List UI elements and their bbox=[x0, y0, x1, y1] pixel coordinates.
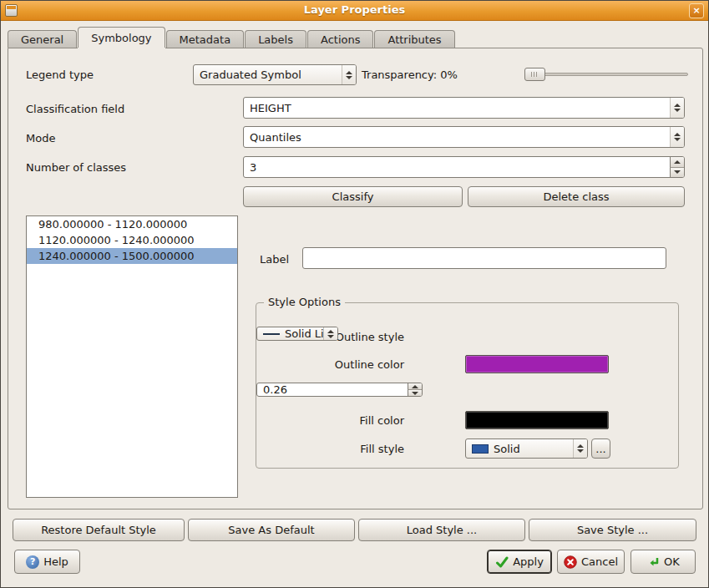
tab-actions[interactable]: Actions bbox=[307, 30, 374, 48]
save-style-label: Save Style ... bbox=[577, 524, 648, 536]
mode-label: Mode bbox=[26, 132, 55, 144]
tab-general[interactable]: General bbox=[8, 30, 77, 48]
close-icon[interactable]: × bbox=[689, 3, 704, 18]
class-list: 980.000000 - 1120.000000 1120.000000 - 1… bbox=[26, 215, 238, 498]
help-icon: ? bbox=[26, 555, 39, 569]
fill-style-more-label: ... bbox=[595, 443, 605, 455]
layer-properties-dialog: Layer Properties × General Symbology Met… bbox=[0, 0, 709, 588]
fill-style-combo[interactable]: Solid bbox=[465, 438, 588, 459]
help-button[interactable]: ? Help bbox=[14, 550, 80, 574]
spin-up-icon[interactable] bbox=[670, 157, 684, 168]
solid-fill-icon bbox=[472, 444, 489, 454]
class-list-item[interactable]: 1240.000000 - 1500.000000 bbox=[27, 248, 237, 264]
classification-field-value: HEIGHT bbox=[250, 102, 684, 114]
legend-type-value: Graduated Symbol bbox=[200, 68, 356, 81]
transparency-label: Transparency: 0% bbox=[362, 68, 458, 81]
delete-class-button[interactable]: Delete class bbox=[468, 186, 685, 207]
solid-line-icon bbox=[263, 333, 280, 335]
tab-metadata[interactable]: Metadata bbox=[166, 30, 245, 48]
fill-style-more-button[interactable]: ... bbox=[591, 438, 610, 459]
load-style-button[interactable]: Load Style ... bbox=[358, 519, 525, 541]
legend-type-label: Legend type bbox=[26, 68, 94, 81]
mode-combo[interactable]: Quantiles bbox=[243, 126, 685, 148]
transparency-slider[interactable] bbox=[524, 68, 688, 81]
class-list-item[interactable]: 1120.000000 - 1240.000000 bbox=[27, 232, 237, 248]
fill-color-swatch[interactable] bbox=[465, 411, 609, 429]
slider-groove[interactable] bbox=[524, 73, 688, 76]
cancel-button[interactable]: Cancel bbox=[557, 550, 625, 574]
outline-width-spinner[interactable] bbox=[256, 383, 423, 397]
number-of-classes-input[interactable] bbox=[244, 161, 684, 174]
fill-style-label: Fill style bbox=[256, 443, 404, 455]
style-options-title: Style Options bbox=[264, 296, 345, 308]
chevron-updown-icon bbox=[670, 127, 684, 147]
number-of-classes-label: Number of classes bbox=[26, 161, 126, 174]
restore-default-style-button[interactable]: Restore Default Style bbox=[13, 519, 185, 541]
save-style-button[interactable]: Save Style ... bbox=[529, 519, 696, 541]
spin-down-icon[interactable] bbox=[408, 390, 422, 396]
tab-attributes[interactable]: Attributes bbox=[374, 30, 454, 48]
classify-button-label: Classify bbox=[332, 190, 374, 203]
tab-labels[interactable]: Labels bbox=[245, 30, 306, 48]
number-of-classes-spinner[interactable] bbox=[243, 156, 685, 178]
apply-check-icon bbox=[495, 555, 509, 569]
ok-button-label: OK bbox=[664, 555, 680, 568]
outline-color-swatch[interactable] bbox=[465, 355, 609, 373]
restore-default-style-label: Restore Default Style bbox=[41, 524, 156, 536]
apply-button-label: Apply bbox=[513, 555, 544, 568]
class-list-item[interactable]: 980.000000 - 1120.000000 bbox=[27, 216, 237, 232]
mode-value: Quantiles bbox=[250, 131, 684, 144]
apply-button[interactable]: Apply bbox=[487, 550, 552, 574]
delete-class-button-label: Delete class bbox=[543, 190, 609, 203]
chevron-updown-icon bbox=[323, 327, 337, 340]
label-input[interactable] bbox=[303, 252, 666, 265]
outline-width-input[interactable] bbox=[257, 383, 422, 396]
classify-button[interactable]: Classify bbox=[243, 186, 463, 207]
titlebar: Layer Properties × bbox=[1, 1, 708, 21]
chevron-updown-icon bbox=[573, 439, 587, 458]
ok-button[interactable]: OK bbox=[631, 550, 696, 574]
ok-enter-arrow-icon bbox=[646, 555, 660, 569]
save-as-default-label: Save As Default bbox=[228, 524, 314, 536]
tab-bar: General Symbology Metadata Labels Action… bbox=[8, 27, 701, 48]
legend-type-combo[interactable]: Graduated Symbol bbox=[193, 64, 357, 85]
help-button-label: Help bbox=[43, 555, 68, 568]
label-field-label: Label bbox=[260, 253, 289, 266]
slider-handle[interactable] bbox=[524, 68, 545, 81]
cancel-icon bbox=[564, 555, 577, 569]
label-input-wrap bbox=[302, 247, 666, 269]
window-title: Layer Properties bbox=[1, 3, 708, 16]
style-options-group: Style Options Outline style Solid Line O… bbox=[256, 302, 679, 469]
spin-down-icon[interactable] bbox=[670, 168, 684, 178]
cancel-button-label: Cancel bbox=[581, 555, 618, 568]
chevron-updown-icon bbox=[670, 98, 684, 118]
tab-symbology[interactable]: Symbology bbox=[78, 27, 165, 48]
fill-color-label: Fill color bbox=[256, 414, 404, 427]
load-style-label: Load Style ... bbox=[407, 524, 478, 536]
spin-up-icon[interactable] bbox=[408, 383, 422, 390]
classification-field-combo[interactable]: HEIGHT bbox=[243, 97, 685, 119]
chevron-updown-icon bbox=[342, 65, 356, 84]
outline-style-combo[interactable]: Solid Line bbox=[256, 327, 338, 341]
save-as-default-button[interactable]: Save As Default bbox=[188, 519, 355, 541]
classification-field-label: Classification field bbox=[26, 103, 124, 115]
outline-color-label: Outline color bbox=[256, 358, 404, 371]
